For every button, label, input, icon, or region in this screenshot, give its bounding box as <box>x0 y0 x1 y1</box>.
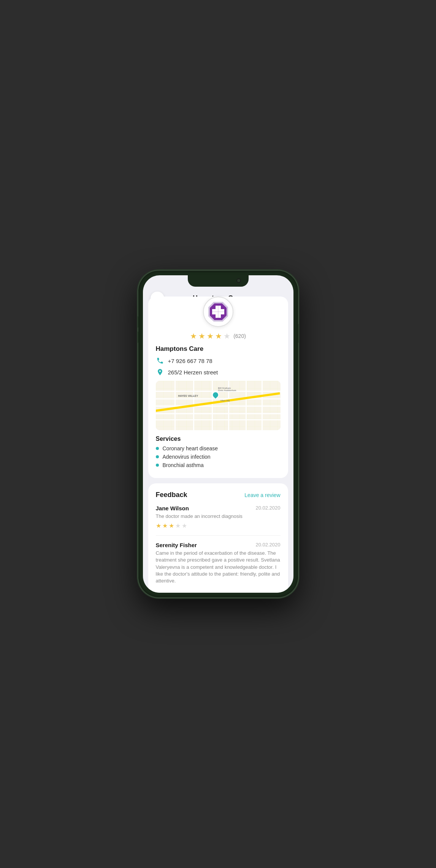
map-label-uber: Uber HQ <box>220 399 230 402</box>
review-top-2: Serenity Fisher 20.02.2020 <box>156 542 281 548</box>
review-top-1: Jane Wilson 20.02.2020 <box>156 505 281 511</box>
service-name-1: Coronary heart disease <box>163 445 218 451</box>
clinic-logo <box>203 297 233 327</box>
map-pin-marker <box>211 390 220 399</box>
star-3: ★ <box>207 331 214 341</box>
clinic-name: Hamptons Care <box>156 345 281 353</box>
phone-row: +7 926 667 78 78 <box>156 357 281 365</box>
review-item-2: Serenity Fisher 20.02.2020 Came in the p… <box>156 542 281 584</box>
service-dot-icon <box>156 464 159 467</box>
rev1-star-5: ★ <box>182 522 187 529</box>
power-btn <box>298 324 300 343</box>
review-stars-1: ★ ★ ★ ★ ★ <box>156 522 281 529</box>
reviewer-name-2: Serenity Fisher <box>156 542 197 548</box>
services-title: Services <box>156 436 281 442</box>
star-2: ★ <box>198 331 205 341</box>
service-name-2: Adenovirus infection <box>163 454 211 460</box>
map-label-hayes: HAYES VALLEY <box>178 395 198 397</box>
rev1-star-1: ★ <box>156 522 161 529</box>
volume-up-btn <box>137 316 138 328</box>
review-item-1: Jane Wilson 20.02.2020 The doctor made a… <box>156 505 281 536</box>
location-icon <box>156 368 164 376</box>
review-text-1: The doctor made an incorrect diagnosis <box>156 513 281 520</box>
clinic-info-card: ★ ★ ★ ★ ★ (620) Hamptons Care +7 926 667 <box>148 297 288 478</box>
map-road <box>262 381 263 430</box>
map-pin <box>212 391 219 398</box>
feedback-title: Feedback <box>156 491 187 499</box>
rev1-star-4: ★ <box>175 522 181 529</box>
service-item-2: Adenovirus infection <box>156 454 281 460</box>
rev1-star-2: ★ <box>162 522 168 529</box>
feedback-card: Feedback Leave a review Jane Wilson 20.0… <box>148 483 288 593</box>
feedback-header: Feedback Leave a review <box>156 491 281 499</box>
service-item-3: Bronchial asthma <box>156 462 281 468</box>
map-label-bill: Bill GrahamCivic Auditorium <box>218 387 236 391</box>
review-date-2: 20.02.2020 <box>255 542 280 548</box>
review-text-2: Came in the period of exacerbation of th… <box>156 550 281 584</box>
map-container[interactable]: HAYES VALLEY Bill GrahamCivic Auditorium… <box>156 381 281 430</box>
map-road <box>212 381 213 430</box>
service-dot-icon <box>156 447 159 450</box>
rating-row: ★ ★ ★ ★ ★ (620) <box>156 331 281 341</box>
phone-screen: ← Hamptons Care <box>143 275 293 593</box>
leave-review-button[interactable]: Leave a review <box>244 492 280 498</box>
medical-cross-icon <box>207 300 230 323</box>
volume-down-btn <box>137 331 138 343</box>
phone-number: +7 926 667 78 78 <box>168 358 212 364</box>
notch <box>188 275 249 287</box>
service-item-1: Coronary heart disease <box>156 445 281 451</box>
map-background: HAYES VALLEY Bill GrahamCivic Auditorium… <box>156 381 281 430</box>
camera <box>236 278 241 283</box>
rating-count: (620) <box>233 333 246 339</box>
map-road <box>246 381 247 430</box>
review-date-1: 20.02.2020 <box>255 505 280 511</box>
phone-icon <box>156 357 164 365</box>
phone-frame: ← Hamptons Care <box>138 271 298 597</box>
screen-content: ← Hamptons Care <box>143 275 293 593</box>
star-1: ★ <box>190 331 197 341</box>
star-4: ★ <box>215 331 222 341</box>
map-road <box>174 381 176 430</box>
logo-wrapper <box>156 297 281 327</box>
address-text: 265/2 Herzen street <box>168 369 218 376</box>
address-row: 265/2 Herzen street <box>156 368 281 376</box>
rev1-star-3: ★ <box>169 522 174 529</box>
service-dot-icon <box>156 455 159 458</box>
service-name-3: Bronchial asthma <box>163 462 204 468</box>
reviewer-name-1: Jane Wilson <box>156 505 189 511</box>
star-5: ★ <box>224 331 230 341</box>
